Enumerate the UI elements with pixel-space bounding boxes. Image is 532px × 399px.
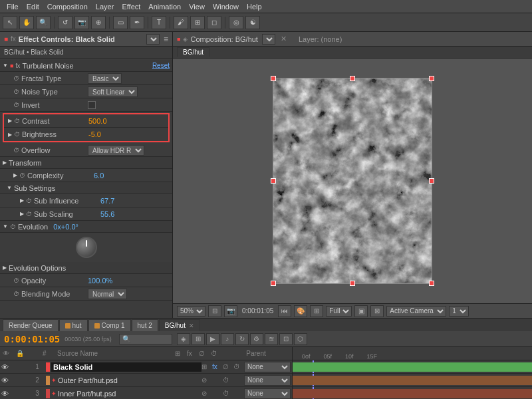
pen-tool[interactable]: ✒ (130, 16, 144, 29)
layer-1-eye[interactable]: 👁 (1, 363, 9, 371)
comp-tab-close[interactable]: ✕ (278, 35, 289, 43)
contrast-expand[interactable]: ▶ (8, 118, 12, 124)
sub-scaling-value[interactable]: 55.6 (100, 210, 114, 218)
corner-handle-mr[interactable] (429, 178, 434, 184)
timeline-search-input[interactable] (119, 334, 172, 344)
complexity-expand[interactable]: ▶ (13, 172, 17, 178)
tab-render-queue[interactable]: Render Queue (3, 319, 59, 331)
brightness-value[interactable]: -5.0 (88, 130, 101, 138)
corner-handle-tm[interactable] (350, 76, 355, 81)
tab-comp1[interactable]: Comp 1 (88, 319, 131, 331)
invert-checkbox[interactable] (88, 101, 96, 109)
grid-btn[interactable]: ⊞ (310, 305, 323, 317)
tl-motion-blur-btn[interactable]: ≋ (265, 333, 278, 345)
arrow-tool[interactable]: ↖ (3, 16, 17, 29)
tab-hut[interactable]: hut (59, 319, 88, 331)
timeline-current-time[interactable]: 0:00:01:05 (4, 334, 60, 344)
menu-composition[interactable]: Composition (43, 3, 92, 11)
hand-tool[interactable]: ✋ (19, 16, 34, 29)
corner-handle-ml[interactable] (271, 178, 276, 184)
menu-view[interactable]: View (185, 3, 209, 11)
layer-2-eye[interactable]: 👁 (1, 376, 9, 384)
pan-behind-tool[interactable]: ⊕ (91, 16, 106, 29)
tab-hut2[interactable]: hut 2 (132, 319, 158, 331)
comp-options-dropdown[interactable]: ▼ (262, 34, 275, 45)
menu-help[interactable]: Help (243, 3, 266, 11)
snapshot-btn[interactable]: 📷 (224, 305, 237, 317)
eraser-tool[interactable]: ◻ (207, 16, 221, 29)
layer-1-timewatch[interactable]: ⏱ (233, 363, 244, 370)
rotate-tool[interactable]: ↺ (58, 16, 72, 29)
corner-handle-tr[interactable] (429, 76, 434, 81)
zoom-select[interactable]: 50% (177, 306, 205, 317)
brightness-expand[interactable]: ▶ (8, 132, 12, 138)
menu-file[interactable]: File (3, 3, 23, 11)
zoom-tool[interactable]: 🔍 (36, 16, 51, 29)
panel-menu-btn[interactable]: ≡ (164, 35, 168, 44)
turbulent-noise-header[interactable]: ▼ ■ fx Turbulent Noise Reset (0, 60, 172, 72)
camera-select[interactable]: Active Camera (386, 306, 446, 317)
corner-handle-bl[interactable] (271, 281, 276, 286)
layer-2-transfer[interactable]: ⏱ (223, 376, 233, 384)
sub-scaling-expand[interactable]: ▶ (20, 211, 24, 217)
tl-frame-blend-btn[interactable]: ⊡ (279, 333, 293, 345)
contrast-value[interactable]: 500.0 (88, 117, 107, 125)
fractal-type-dropdown[interactable]: Basic (88, 73, 122, 84)
tl-3d-btn[interactable]: ⬡ (294, 333, 307, 345)
opacity-value[interactable]: 100.0% (88, 277, 112, 285)
layer-3-parent[interactable]: None (244, 388, 291, 399)
sub-influence-expand[interactable]: ▶ (20, 198, 24, 203)
quality-select[interactable]: Full (326, 306, 352, 317)
view-select[interactable]: 1 V (449, 306, 469, 317)
tl-loop-btn[interactable]: ↻ (235, 333, 249, 345)
clone-tool[interactable]: ⊞ (190, 16, 205, 29)
tl-preview-btn[interactable]: ▶ (206, 333, 219, 345)
layer-3-switch[interactable]: ⊘ (201, 390, 212, 397)
blending-mode-dropdown[interactable]: Normal (88, 289, 127, 299)
region-btn[interactable]: ▣ (354, 305, 368, 317)
evolution-options-header[interactable]: ▶ Evolution Options (0, 262, 172, 274)
complexity-value[interactable]: 6.0 (94, 172, 104, 180)
layer-3-eye[interactable]: 👁 (1, 390, 9, 398)
puppet-tool[interactable]: ☯ (245, 16, 260, 29)
tab-bghut[interactable]: BG/hut ✕ (159, 319, 200, 331)
corner-handle-br[interactable] (429, 281, 434, 286)
layer-1-parent[interactable]: None (244, 362, 291, 372)
panel-options-dropdown[interactable]: ▼ (146, 34, 160, 45)
layer-1-fx[interactable]: fx (212, 363, 223, 370)
color-btn[interactable]: 🎨 (294, 305, 307, 317)
tl-render-btn[interactable]: ⊞ (192, 333, 205, 345)
rect-mask-tool[interactable]: ▭ (113, 16, 128, 29)
tl-settings-btn[interactable]: ⚙ (250, 333, 263, 345)
sub-settings-header[interactable]: ▼ Sub Settings (0, 182, 172, 194)
brush-tool[interactable]: 🖌 (174, 16, 188, 29)
evolution-knob[interactable] (76, 237, 97, 258)
corner-handle-tl[interactable] (271, 76, 276, 81)
text-tool[interactable]: T (152, 16, 166, 29)
menu-effect[interactable]: Effect (118, 3, 144, 11)
noise-type-dropdown[interactable]: Soft Linear (88, 86, 138, 97)
layer-3-transfer[interactable]: ⏱ (223, 390, 233, 397)
corner-handle-bm[interactable] (350, 281, 355, 286)
transparency-btn[interactable]: ⊠ (370, 305, 384, 317)
layer-1-switch[interactable]: ⊞ (201, 363, 212, 370)
layer-1-transfer[interactable]: ∅ (223, 363, 233, 370)
reset-button[interactable]: Reset (152, 62, 170, 69)
transform-header[interactable]: ▶ Transform (0, 157, 172, 169)
evolution-value[interactable]: 0x+0.0° (53, 223, 78, 231)
comp-tab-bghut[interactable]: BG/hut (177, 47, 209, 57)
home-btn[interactable]: ⏮ (278, 305, 291, 317)
overflow-dropdown[interactable]: Allow HDR R (88, 145, 144, 156)
layer-2-parent[interactable]: None (244, 375, 291, 386)
menu-edit[interactable]: Edit (23, 3, 43, 11)
tl-comp-btn[interactable]: ◈ (177, 333, 190, 345)
roto-tool[interactable]: ◎ (229, 16, 243, 29)
menu-layer[interactable]: Layer (92, 3, 118, 11)
menu-window[interactable]: Window (209, 3, 243, 11)
camera-tool[interactable]: 📷 (74, 16, 89, 29)
menu-animation[interactable]: Animation (144, 3, 185, 11)
tl-audio-btn[interactable]: ♪ (221, 333, 234, 345)
sub-influence-value[interactable]: 67.7 (100, 197, 114, 205)
evolution-header[interactable]: ▼ ⏱ Evolution 0x+0.0° (0, 221, 172, 233)
layer-2-switch[interactable]: ⊘ (201, 376, 212, 384)
